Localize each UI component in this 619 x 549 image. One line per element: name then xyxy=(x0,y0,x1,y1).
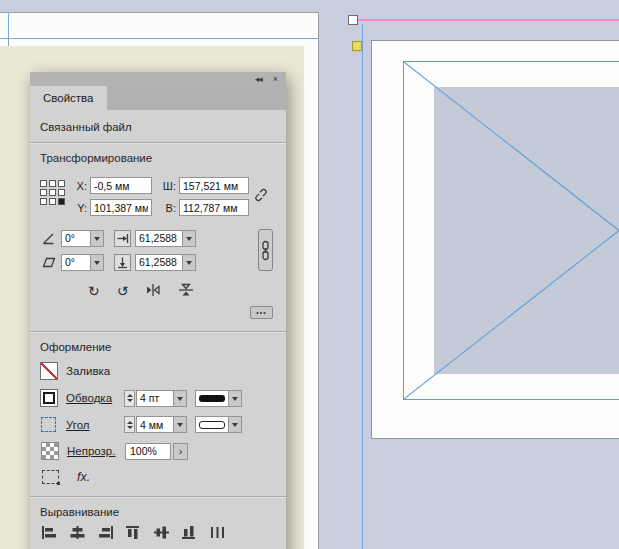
scale-y-dropdown[interactable] xyxy=(183,254,196,271)
rotate-flip-row: ↻ ↺ xyxy=(88,283,276,299)
corner-shape-preview[interactable] xyxy=(195,416,229,433)
linked-file-heading: Связанный файл xyxy=(40,121,276,133)
height-input[interactable] xyxy=(179,199,249,216)
left-margin-guide-horizontal[interactable] xyxy=(0,38,318,39)
align-top-icon[interactable] xyxy=(126,526,141,539)
stroke-weight-stepper[interactable] xyxy=(124,390,135,407)
indesign-workspace: { "colors": { "pasteboard": "#c9cede", "… xyxy=(0,0,619,549)
corner-radius-input[interactable] xyxy=(136,416,174,433)
rotation-dropdown[interactable] xyxy=(91,230,104,247)
fill-label[interactable]: Заливка xyxy=(66,365,124,377)
y-label: Y: xyxy=(72,202,87,214)
y-input[interactable] xyxy=(90,199,152,216)
corner-options-icon[interactable] xyxy=(41,417,56,432)
fill-row: Заливка xyxy=(40,362,276,380)
align-center-vertical-icon[interactable] xyxy=(154,526,169,539)
opacity-expand-button[interactable]: › xyxy=(173,443,188,460)
broken-chain-icon[interactable] xyxy=(254,188,268,204)
object-frame-icon[interactable] xyxy=(42,470,59,484)
frame-diagonals-icon xyxy=(404,62,619,399)
corner-shape-dropdown[interactable] xyxy=(229,416,242,433)
flip-horizontal-button[interactable] xyxy=(145,283,161,299)
corner-row: Угол xyxy=(40,416,276,433)
x-label: X: xyxy=(72,180,87,192)
shear-input[interactable] xyxy=(61,254,91,271)
close-panel-icon[interactable]: × xyxy=(273,74,277,84)
panel-titlebar[interactable]: ◂◂ × xyxy=(30,72,286,86)
align-center-horizontal-icon[interactable] xyxy=(70,526,85,539)
align-right-icon[interactable] xyxy=(98,526,113,539)
scale-rotate-controls xyxy=(40,229,276,271)
width-input[interactable] xyxy=(179,177,249,194)
shear-dropdown[interactable] xyxy=(91,254,104,271)
height-label: В: xyxy=(158,202,176,214)
opacity-checker-icon[interactable] xyxy=(41,442,59,460)
separator xyxy=(30,496,286,497)
separator xyxy=(30,331,286,332)
corner-radius-stepper[interactable] xyxy=(124,416,135,433)
appearance-heading: Оформление xyxy=(40,341,276,353)
opacity-input[interactable] xyxy=(125,443,171,460)
tab-properties[interactable]: Свойства xyxy=(30,86,107,110)
panel-tab-bar: Свойства xyxy=(30,86,286,110)
panel-content: Связанный файл Трансформирование X: Ш: Y… xyxy=(30,110,286,539)
align-heading: Выравнивание xyxy=(40,506,276,518)
reference-point-proxy[interactable] xyxy=(40,180,65,205)
align-bottom-icon[interactable] xyxy=(182,526,197,539)
stroke-style-dropdown[interactable] xyxy=(229,390,242,407)
more-options-button[interactable]: ••• xyxy=(250,306,273,319)
opacity-row: Непрозр. › xyxy=(40,442,276,460)
x-input[interactable] xyxy=(90,177,152,194)
transform-grid: X: Ш: Y: В: xyxy=(40,177,276,221)
graphic-frame[interactable] xyxy=(403,61,619,400)
selection-handle-yellow[interactable] xyxy=(352,41,362,51)
rotation-input[interactable] xyxy=(61,230,91,247)
right-page-guide-vertical[interactable] xyxy=(362,24,363,549)
shear-angle-icon xyxy=(40,254,57,271)
rotate-clockwise-button[interactable]: ↻ xyxy=(88,284,100,298)
stroke-style-preview[interactable] xyxy=(195,390,229,407)
corner-radius-dropdown[interactable] xyxy=(174,416,187,433)
width-label: Ш: xyxy=(158,180,176,192)
stroke-swatch[interactable] xyxy=(40,389,58,407)
opacity-label[interactable]: Непрозр. xyxy=(67,445,125,457)
fill-swatch-none[interactable] xyxy=(40,362,58,380)
collapse-panel-icon[interactable]: ◂◂ xyxy=(255,74,262,84)
scale-x-dropdown[interactable] xyxy=(183,230,196,247)
align-left-icon[interactable] xyxy=(42,526,57,539)
scale-x-icon xyxy=(114,230,131,247)
stroke-weight-input[interactable] xyxy=(136,390,174,407)
stroke-weight-dropdown[interactable] xyxy=(174,390,187,407)
stroke-row: Обводка xyxy=(40,389,276,407)
scale-y-input[interactable] xyxy=(135,254,183,271)
distribute-horizontal-icon[interactable] xyxy=(210,526,225,539)
stroke-label[interactable]: Обводка xyxy=(66,392,124,404)
transform-heading: Трансформирование xyxy=(40,152,276,164)
corner-label[interactable]: Угол xyxy=(66,419,124,431)
scale-y-icon xyxy=(114,254,131,271)
magenta-guide[interactable] xyxy=(348,19,619,21)
separator xyxy=(30,142,286,143)
align-buttons-row xyxy=(42,526,276,539)
flip-vertical-button[interactable] xyxy=(178,283,194,299)
rotate-counterclockwise-button[interactable]: ↺ xyxy=(117,284,129,298)
effects-row: fx. xyxy=(42,470,276,484)
rotation-angle-icon xyxy=(40,230,57,247)
fx-effects-button[interactable]: fx. xyxy=(77,470,90,484)
properties-panel: ◂◂ × Свойства Связанный файл Трансформир… xyxy=(30,72,286,549)
constrain-proportions-button[interactable] xyxy=(258,229,273,271)
selection-handle-white[interactable] xyxy=(348,15,358,25)
scale-x-input[interactable] xyxy=(135,230,183,247)
